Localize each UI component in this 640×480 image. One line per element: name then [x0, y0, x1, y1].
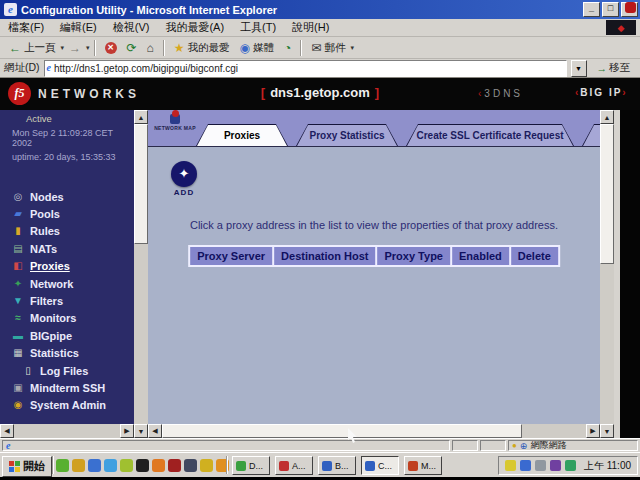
- tray-volume-icon[interactable]: [505, 460, 516, 471]
- sidebar-item-rules[interactable]: ▮Rules: [0, 223, 134, 240]
- quick-launch-icon-7[interactable]: [152, 459, 165, 472]
- forward-dropdown-icon[interactable]: ▾: [86, 44, 90, 52]
- menu-edit[interactable]: 編輯(E): [52, 20, 105, 35]
- main-scrollbar-vertical[interactable]: ▲ ▼: [600, 110, 614, 438]
- taskbar: 開始 D... A... B... C... M... 上午 11:00: [0, 452, 640, 477]
- system-admin-icon: ◉: [12, 400, 24, 410]
- sidebar-item-network[interactable]: ✦Network: [0, 275, 134, 292]
- quick-launch-icon-1[interactable]: [56, 459, 69, 472]
- favorites-button[interactable]: ★ 我的最愛: [169, 39, 235, 57]
- tray-icon-2[interactable]: [520, 460, 531, 471]
- sidebar-scrollbar[interactable]: ▲ ▼: [134, 110, 148, 438]
- back-button[interactable]: ← 上一頁: [4, 39, 61, 57]
- mail-button[interactable]: ✉ 郵件: [306, 39, 350, 57]
- scrollbar-thumb[interactable]: [162, 424, 522, 438]
- task-button-5[interactable]: M...: [404, 456, 442, 475]
- sidebar-item-statistics[interactable]: ▦Statistics: [0, 345, 134, 362]
- scroll-right-icon[interactable]: ▶: [120, 424, 134, 438]
- tray-display-icon[interactable]: [535, 460, 546, 471]
- sidebar-item-mindterm-ssh[interactable]: ▣Mindterm SSH: [0, 379, 134, 396]
- home-icon: ⌂: [147, 42, 154, 54]
- proxy-table-header-row: Proxy Server Destination Host Proxy Type…: [188, 245, 560, 267]
- menu-favorites[interactable]: 我的最愛(A): [157, 20, 232, 35]
- scroll-right-icon[interactable]: ▶: [586, 424, 600, 438]
- quick-launch-icon-9[interactable]: [184, 459, 197, 472]
- refresh-button[interactable]: ⟳: [122, 40, 142, 56]
- media-button[interactable]: ◉ 媒體: [235, 39, 279, 57]
- task-icon: [279, 461, 289, 471]
- sidebar-item-bigpipe[interactable]: ▬BIGpipe: [0, 327, 134, 344]
- scrollbar-track[interactable]: [522, 424, 586, 438]
- maximize-button[interactable]: □: [602, 2, 619, 17]
- bigpipe-icon: ▬: [12, 331, 24, 341]
- scroll-left-icon[interactable]: ◀: [148, 424, 162, 438]
- mindterm-ssh-icon: ▣: [12, 383, 24, 393]
- scroll-down-icon[interactable]: ▼: [134, 424, 148, 438]
- scrollbar-thumb[interactable]: [134, 124, 148, 244]
- sidebar-item-log-files[interactable]: ▯Log Files: [0, 362, 134, 379]
- main-frame: NETWORK MAP Proxies Proxy Statistics Cre…: [148, 110, 600, 424]
- mail-icon: ✉: [311, 42, 321, 54]
- sidebar-item-pools[interactable]: ▰Pools: [0, 205, 134, 222]
- scroll-up-icon[interactable]: ▲: [134, 110, 148, 124]
- tab-create-ssl-certificate-request[interactable]: Create SSL Certificate Request: [406, 124, 574, 146]
- refresh-icon: ⟳: [127, 42, 137, 54]
- stop-button[interactable]: ✕: [100, 40, 122, 56]
- page-icon: e: [47, 63, 51, 73]
- history-button[interactable]: ◔: [279, 40, 296, 56]
- task-icon: [236, 461, 246, 471]
- quick-launch-icon-6[interactable]: [136, 459, 149, 472]
- window-title: Configuration Utility - Microsoft Intern…: [21, 4, 581, 16]
- red-indicator-icon: [625, 2, 636, 13]
- scroll-down-icon[interactable]: ▼: [600, 424, 614, 438]
- sidebar-hscroll-stub[interactable]: ◀ ▶: [0, 424, 134, 438]
- task-button-4-active[interactable]: C...: [361, 456, 399, 475]
- main-scrollbar-horizontal[interactable]: ◀ ▶: [148, 424, 600, 438]
- sidebar-item-filters[interactable]: ▼Filters: [0, 292, 134, 309]
- tab-proxy-statistics[interactable]: Proxy Statistics: [296, 124, 398, 146]
- monitors-icon: ≈: [12, 313, 24, 323]
- task-button-2[interactable]: A...: [275, 456, 313, 475]
- minimize-button[interactable]: _: [583, 2, 600, 17]
- quick-launch-icon-8[interactable]: [168, 459, 181, 472]
- sidebar-item-nodes[interactable]: ◎Nodes: [0, 188, 134, 205]
- sidebar-item-system-admin[interactable]: ◉System Admin: [0, 397, 134, 414]
- mail-dropdown-icon[interactable]: ▾: [350, 44, 354, 52]
- toolbar-separator: [94, 40, 96, 56]
- sidebar-item-proxies[interactable]: ◧Proxies: [0, 258, 134, 275]
- add-proxy-button[interactable]: ✦ ADD: [168, 161, 200, 197]
- tray-icon-4[interactable]: [550, 460, 561, 471]
- tab-strip: NETWORK MAP Proxies Proxy Statistics Cre…: [148, 110, 600, 147]
- tab-install-ssl-certificate[interactable]: Install SSL Certif: [582, 124, 600, 146]
- go-button[interactable]: → 移至: [591, 60, 637, 76]
- menu-tools[interactable]: 工具(T): [232, 20, 284, 35]
- quick-launch-icon-2[interactable]: [72, 459, 85, 472]
- url-input[interactable]: [54, 63, 563, 74]
- task-button-1[interactable]: D...: [232, 456, 270, 475]
- sidebar-item-monitors[interactable]: ≈Monitors: [0, 310, 134, 327]
- scroll-up-icon[interactable]: ▲: [600, 110, 614, 124]
- quick-launch-icon-4[interactable]: [104, 459, 117, 472]
- address-dropdown-icon[interactable]: ▼: [571, 60, 587, 77]
- network-map-button[interactable]: NETWORK MAP: [152, 112, 198, 145]
- address-label: 網址(D): [4, 61, 40, 75]
- taskbar-separator: [226, 456, 228, 474]
- forward-button[interactable]: →: [64, 40, 86, 56]
- menu-view[interactable]: 檢視(V): [105, 20, 158, 35]
- quick-launch-icon-3[interactable]: [88, 459, 101, 472]
- quick-launch-icon-5[interactable]: [120, 459, 133, 472]
- globe-icon: ⊕: [520, 441, 528, 451]
- start-button[interactable]: 開始: [2, 456, 52, 477]
- tray-icon-5[interactable]: [565, 460, 576, 471]
- quick-launch-icon-10[interactable]: [200, 459, 213, 472]
- scrollbar-thumb[interactable]: [600, 124, 614, 264]
- tab-proxies[interactable]: Proxies: [196, 124, 288, 146]
- task-button-3[interactable]: B...: [318, 456, 356, 475]
- zone-label: 網際網路: [530, 439, 566, 452]
- task-icon: [322, 461, 332, 471]
- menu-file[interactable]: 檔案(F): [0, 20, 52, 35]
- sidebar-item-nats[interactable]: ▤NATs: [0, 240, 134, 257]
- home-button[interactable]: ⌂: [142, 40, 159, 56]
- menu-help[interactable]: 說明(H): [284, 20, 337, 35]
- scroll-left-icon[interactable]: ◀: [0, 424, 14, 438]
